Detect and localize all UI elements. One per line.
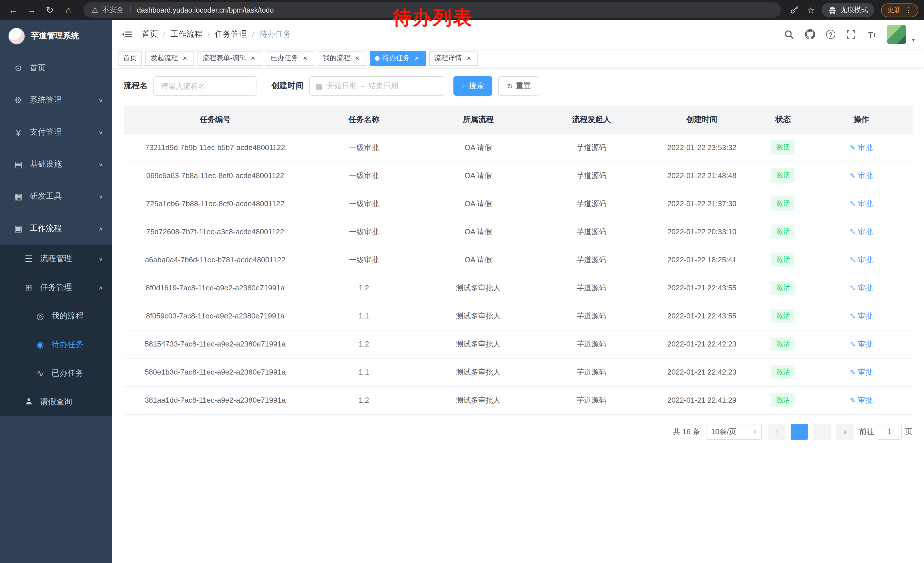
cell-initiator: 芋道源码 xyxy=(536,358,648,386)
sidebar-item-process-management[interactable]: ☰ 流程管理 ∨ xyxy=(0,245,112,273)
edit-icon: ✎ xyxy=(850,171,856,180)
sidebar-item-label: 我的流程 xyxy=(51,311,84,321)
help-icon[interactable]: ? xyxy=(825,29,836,40)
sidebar-item[interactable]: ▣ 工作流程 ∧ xyxy=(0,213,112,245)
sidebar-item-todo-tasks[interactable]: ◉ 待办任务 xyxy=(0,330,112,359)
sidebar-item[interactable]: ▤ 基础设施 ∨ xyxy=(0,148,112,180)
tasks-icon: ⊞ xyxy=(22,282,36,293)
sidebar-toggle-icon[interactable] xyxy=(122,29,133,40)
reset-button[interactable]: ↻ 重置 xyxy=(498,76,540,96)
home-button[interactable]: ⌂ xyxy=(61,3,76,18)
date-range-picker[interactable]: ▦ 开始日期 - 结束日期 xyxy=(309,76,444,96)
table-row: 73211d9d-7b9b-11ec-b5b7-acde48001122 一级审… xyxy=(124,134,912,162)
view-tab[interactable]: 发起流程 × xyxy=(146,51,194,66)
sidebar-item[interactable]: ⊙ 首页 xyxy=(0,52,112,84)
sidebar-item-label: 首页 xyxy=(30,63,46,73)
edit-icon: ✎ xyxy=(850,368,856,376)
prev-page-button[interactable]: ‹ xyxy=(768,423,785,440)
approve-link[interactable]: ✎ 审批 xyxy=(850,311,873,321)
approve-link[interactable]: ✎ 审批 xyxy=(850,395,873,405)
fullscreen-icon[interactable] xyxy=(846,29,857,40)
not-secure-icon: ⚠ xyxy=(92,6,98,14)
tab-close-icon[interactable]: × xyxy=(249,54,257,62)
password-key-icon[interactable] xyxy=(789,4,800,16)
sidebar-item-my-process[interactable]: ◎ 我的流程 xyxy=(0,302,112,330)
view-tab[interactable]: 待办任务 × xyxy=(370,51,426,66)
view-tab[interactable]: 已办任务 × xyxy=(266,51,314,66)
cell-status: 激活 xyxy=(756,386,810,414)
tab-close-icon[interactable]: × xyxy=(413,54,421,62)
next-page-button[interactable]: › xyxy=(836,423,854,440)
tab-close-icon[interactable]: × xyxy=(301,54,309,62)
approve-link[interactable]: ✎ 审批 xyxy=(850,227,873,237)
sidebar-item-leave-query[interactable]: 请假查询 xyxy=(0,388,112,416)
search-button[interactable]: ⌕ 搜索 xyxy=(453,76,493,96)
back-button[interactable]: ← xyxy=(6,3,21,18)
breadcrumb-workflow[interactable]: 工作流程 xyxy=(170,29,202,39)
cell-initiator: 芋道源码 xyxy=(536,274,648,302)
process-name-input[interactable] xyxy=(153,76,256,96)
tab-close-icon[interactable]: × xyxy=(353,54,361,62)
sidebar-logo[interactable]: 芋道管理系统 xyxy=(0,20,112,52)
page-number-button[interactable] xyxy=(813,423,831,440)
approve-link[interactable]: ✎ 审批 xyxy=(850,283,873,293)
bookmark-star-icon[interactable]: ☆ xyxy=(807,5,814,15)
sidebar-item[interactable]: ⚙ 系统管理 ∨ xyxy=(0,84,112,116)
process-name-label: 流程名 xyxy=(124,81,148,91)
cell-create-time: 2022-01-21 22:42:23 xyxy=(648,330,756,358)
col-initiator: 流程发起人 xyxy=(536,106,648,134)
browser-menu-icon[interactable]: ⋮ xyxy=(904,6,912,14)
gear-icon: ⚙ xyxy=(12,95,25,105)
edit-icon: ✎ xyxy=(850,228,856,236)
sidebar-item[interactable]: ▦ 研发工具 ∨ xyxy=(0,180,112,213)
sidebar-item-label: 系统管理 xyxy=(30,95,62,105)
chart-icon: ∿ xyxy=(33,368,47,378)
cell-create-time: 2022-01-21 22:43:55 xyxy=(648,302,756,330)
cell-action: ✎ 审批 xyxy=(810,302,912,330)
cell-process: 测试多审批人 xyxy=(421,358,536,386)
approve-link[interactable]: ✎ 审批 xyxy=(850,367,873,377)
breadcrumb-home[interactable]: 首页 xyxy=(142,29,158,39)
cell-task-name: 1.1 xyxy=(307,358,421,386)
table-header-row: 任务编号 任务名称 所属流程 流程发起人 创建时间 状态 操作 xyxy=(124,106,912,134)
sidebar-item-done-tasks[interactable]: ∿ 已办任务 xyxy=(0,359,112,388)
github-icon[interactable] xyxy=(804,29,816,40)
tab-close-icon[interactable]: × xyxy=(465,54,473,62)
cell-task-name: 1.2 xyxy=(307,386,421,414)
approve-link[interactable]: ✎ 审批 xyxy=(850,142,873,153)
approve-link[interactable]: ✎ 审批 xyxy=(850,339,873,349)
approve-link[interactable]: ✎ 审批 xyxy=(850,170,873,181)
page-size-select[interactable]: 10条/页 ∨ xyxy=(706,423,762,440)
status-badge: 激活 xyxy=(771,140,795,155)
cell-task-name: 一级审批 xyxy=(307,218,421,246)
view-tab[interactable]: 首页 xyxy=(118,51,142,66)
tab-label: 首页 xyxy=(123,53,137,63)
update-chip[interactable]: 更新 ⋮ xyxy=(881,3,918,17)
view-tab[interactable]: 流程表单-编辑 × xyxy=(198,51,262,66)
sidebar-item-task-management[interactable]: ⊞ 任务管理 ∧ xyxy=(0,273,112,302)
goto-page-input[interactable] xyxy=(878,423,902,440)
infrastructure-icon: ▤ xyxy=(12,159,25,170)
sidebar-menu: ⊙ 首页 ⚙ 系统管理 ∨ ¥ 支付管理 ∨ ▤ 基础设施 ∨ xyxy=(0,52,112,416)
tab-close-icon[interactable]: × xyxy=(181,54,189,62)
cell-initiator: 芋道源码 xyxy=(536,246,648,274)
cell-create-time: 2022-01-22 21:37:30 xyxy=(648,189,756,218)
address-bar[interactable]: ⚠ 不安全 dashboard.yudao.iocoder.cn/bpm/tas… xyxy=(84,2,781,18)
reload-button[interactable]: ↻ xyxy=(42,3,57,18)
font-size-icon[interactable]: TT xyxy=(866,29,878,40)
breadcrumb-task-management[interactable]: 任务管理 xyxy=(215,29,247,39)
edit-icon: ✎ xyxy=(850,312,856,320)
tags-view: 首页 发起流程 × 流程表单-编辑 × 已办任务 × xyxy=(112,49,924,68)
chevron-icon: ∨ xyxy=(99,129,103,135)
view-tab[interactable]: 流程详情 × xyxy=(429,51,478,66)
cell-create-time: 2022-01-22 20:33:10 xyxy=(648,218,756,246)
view-tab[interactable]: 我的流程 × xyxy=(318,51,366,66)
user-avatar[interactable] xyxy=(887,25,906,44)
page-number-button[interactable] xyxy=(790,423,808,440)
approve-link[interactable]: ✎ 审批 xyxy=(850,198,873,209)
forward-button[interactable]: → xyxy=(24,3,39,18)
search-icon[interactable] xyxy=(784,29,795,40)
tools-icon: ▦ xyxy=(12,191,25,201)
approve-link[interactable]: ✎ 审批 xyxy=(850,255,873,265)
sidebar-item[interactable]: ¥ 支付管理 ∨ xyxy=(0,116,112,148)
